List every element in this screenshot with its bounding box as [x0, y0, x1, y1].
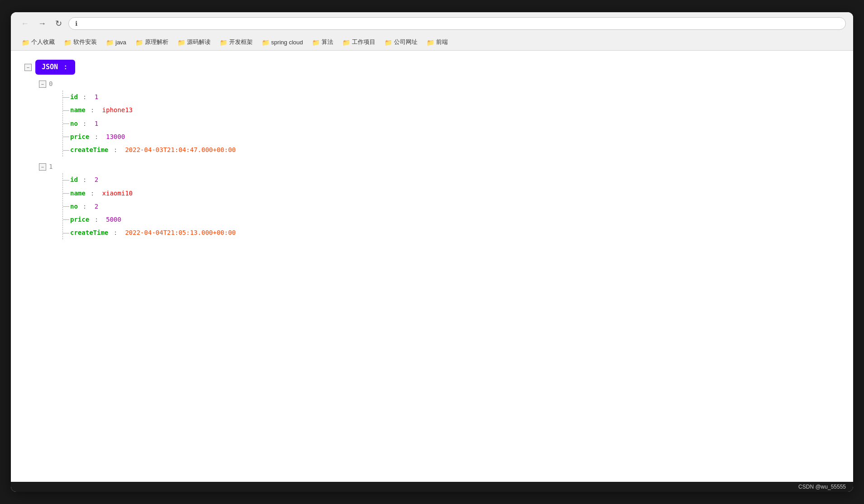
reload-button[interactable]: ↻ [53, 17, 65, 30]
bookmark-java[interactable]: java [102, 38, 130, 47]
field-colon: ： [108, 144, 122, 156]
bookmark-label: spring cloud [271, 39, 303, 46]
bookmark-个人收藏[interactable]: 个人收藏 [18, 37, 58, 48]
item-0-collapse-button[interactable]: − [39, 81, 46, 88]
item-1-index: 1 [49, 161, 53, 172]
json-item-0-header: − 0 [39, 78, 840, 90]
bookmark-label: 公司网址 [394, 38, 418, 46]
field-key-createtime: createTime [70, 227, 108, 238]
info-icon: ℹ [75, 20, 77, 27]
field-key-price: price [70, 214, 89, 225]
reload-icon: ↻ [55, 19, 62, 29]
bookmark-label: 开发框架 [229, 38, 253, 46]
field-id: id ： 2 [63, 173, 840, 186]
field-value-price: 5000 [106, 214, 121, 225]
folder-icon [427, 39, 434, 45]
bookmark-算法[interactable]: 算法 [308, 37, 337, 48]
json-item-1-header: − 1 [39, 161, 840, 172]
item-0-fields: id ： 1 name ： iphone13 no ： 1 [62, 90, 840, 157]
field-colon: ： [86, 188, 100, 199]
field-colon: ： [89, 131, 103, 143]
json-array: − 0 id ： 1 name ： iphone13 [39, 78, 840, 239]
root-collapse-button[interactable]: − [24, 64, 32, 71]
field-colon: ： [108, 227, 122, 238]
field-key-price: price [70, 131, 89, 143]
json-array-item-1: − 1 id ： 2 name ： xiaomi10 [39, 161, 840, 239]
bookmark-label: 原理解析 [145, 38, 168, 46]
bookmark-源码解读[interactable]: 源码解读 [174, 37, 214, 48]
back-icon: ← [21, 19, 29, 29]
field-key-name: name [70, 105, 86, 116]
field-price: price ： 5000 [63, 213, 840, 226]
browser-chrome: ← → ↻ ℹ localhost:9091/list 个人收藏 软件安装 [11, 12, 853, 51]
field-id: id ： 1 [63, 90, 840, 104]
address-bar: ℹ localhost:9091/list [68, 17, 846, 30]
json-root-header: − JSON ： [24, 60, 840, 75]
field-value-id: 2 [95, 174, 98, 185]
field-createtime: createTime ： 2022-04-03T21:04:47.000+00:… [63, 143, 840, 157]
folder-icon [178, 39, 185, 45]
bookmark-label: 源码解读 [187, 38, 211, 46]
folder-icon [312, 39, 319, 45]
status-bar: CSDN @wu_55555 [11, 482, 853, 492]
field-createtime: createTime ： 2022-04-04T21:05:13.000+00:… [63, 226, 840, 239]
bookmark-原理解析[interactable]: 原理解析 [132, 37, 172, 48]
folder-icon [220, 39, 227, 45]
field-value-id: 1 [95, 91, 98, 103]
item-0-index: 0 [49, 78, 53, 90]
field-key-id: id [70, 174, 78, 185]
field-key-createtime: createTime [70, 144, 108, 156]
field-key-no: no [70, 118, 78, 129]
browser-content: − JSON ： − 0 id ： 1 [11, 51, 853, 482]
json-root-label: JSON ： [35, 60, 75, 75]
url-input[interactable]: localhost:9091/list [81, 20, 839, 27]
folder-icon [22, 39, 29, 45]
field-name: name ： xiaomi10 [63, 187, 840, 200]
field-value-name: xiaomi10 [102, 188, 133, 199]
field-colon: ： [78, 118, 92, 129]
field-value-price: 13000 [106, 131, 125, 143]
field-key-id: id [70, 91, 78, 103]
bookmark-spring-cloud[interactable]: spring cloud [258, 38, 307, 47]
item-1-collapse-button[interactable]: − [39, 163, 46, 171]
folder-icon [342, 39, 350, 45]
field-colon: ： [78, 91, 92, 103]
bookmark-label: 算法 [322, 38, 333, 46]
back-button[interactable]: ← [18, 17, 32, 30]
json-viewer: − JSON ： − 0 id ： 1 [24, 60, 840, 239]
bookmark-公司网址[interactable]: 公司网址 [381, 37, 421, 48]
field-value-createtime: 2022-04-04T21:05:13.000+00:00 [125, 227, 235, 238]
bookmark-前端[interactable]: 前端 [423, 37, 451, 48]
bookmarks-bar: 个人收藏 软件安装 java 原理解析 源码解读 开发框架 [11, 35, 853, 50]
field-colon: ： [86, 105, 100, 116]
field-value-no: 2 [95, 201, 98, 212]
browser-window: ← → ↻ ℹ localhost:9091/list 个人收藏 软件安装 [11, 12, 853, 492]
folder-icon [106, 39, 113, 45]
folder-icon [64, 39, 71, 45]
field-no: no ： 2 [63, 200, 840, 213]
field-colon: ： [78, 201, 92, 212]
field-value-createtime: 2022-04-03T21:04:47.000+00:00 [125, 144, 235, 156]
bookmark-label: 个人收藏 [31, 38, 55, 46]
bookmark-工作项目[interactable]: 工作项目 [339, 37, 379, 48]
item-1-fields: id ： 2 name ： xiaomi10 no ： 2 [62, 173, 840, 239]
field-no: no ： 1 [63, 117, 840, 130]
forward-button[interactable]: → [35, 17, 49, 30]
bookmark-开发框架[interactable]: 开发框架 [216, 37, 256, 48]
folder-icon [135, 39, 143, 45]
field-colon: ： [89, 214, 103, 225]
folder-icon [384, 39, 392, 45]
field-key-no: no [70, 201, 78, 212]
bookmark-软件安装[interactable]: 软件安装 [60, 37, 101, 48]
bookmark-label: java [115, 39, 126, 46]
field-name: name ： iphone13 [63, 104, 840, 117]
folder-icon [262, 39, 269, 45]
field-key-name: name [70, 188, 86, 199]
field-value-name: iphone13 [102, 105, 133, 116]
bookmark-label: 工作项目 [352, 38, 375, 46]
json-array-item-0: − 0 id ： 1 name ： iphone13 [39, 78, 840, 157]
field-price: price ： 13000 [63, 130, 840, 143]
status-text: CSDN @wu_55555 [798, 484, 846, 490]
bookmark-label: 前端 [436, 38, 448, 46]
field-colon: ： [78, 174, 92, 185]
